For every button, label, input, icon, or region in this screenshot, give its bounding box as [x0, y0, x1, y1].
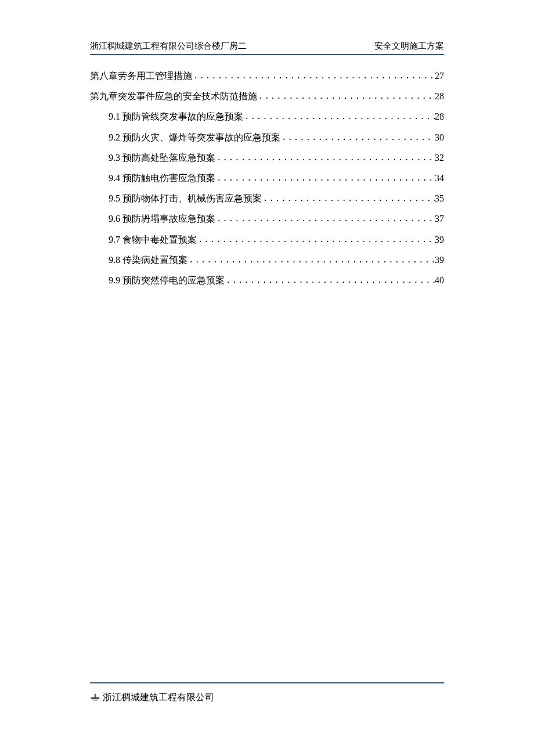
header-left-text: 浙江稠城建筑工程有限公司综合楼厂房二: [90, 41, 247, 52]
toc-title: 9.1 预防管线突发事故的应急预案: [109, 106, 243, 127]
footer-divider: [90, 682, 444, 683]
toc-leader-dots: [280, 128, 435, 146]
toc-title: 9.7 食物中毒处置预案: [109, 229, 197, 250]
toc-page-number: 37: [435, 208, 444, 229]
toc-page-number: 39: [435, 250, 444, 270]
toc-title: 第八章劳务用工管理措施: [90, 66, 192, 86]
toc-page-number: 39: [435, 229, 444, 250]
toc-title: 9.3 预防高处坠落应急预案: [109, 147, 215, 168]
toc-title: 9.4 预防触电伤害应急预案: [109, 168, 215, 188]
toc-leader-dots: [262, 189, 435, 207]
toc-leader-dots: [225, 271, 435, 289]
toc-title: 第九章突发事件应急的安全技术防范措施: [90, 86, 257, 106]
toc-page-number: 27: [435, 66, 444, 86]
toc-entry: 9.6 预防坍塌事故应急预案 37: [90, 208, 444, 229]
toc-leader-dots: [243, 107, 435, 125]
toc-page-number: 32: [435, 147, 444, 168]
svg-rect-2: [93, 699, 98, 700]
toc-entry: 第九章突发事件应急的安全技术防范措施 28: [90, 86, 444, 106]
toc-entry: 9.9 预防突然停电的应急预案 40: [90, 270, 444, 290]
toc-entry: 9.1 预防管线突发事故的应急预案 28: [90, 106, 444, 127]
company-logo-icon: [90, 693, 100, 703]
toc-leader-dots: [197, 231, 435, 249]
toc-title: 9.9 预防突然停电的应急预案: [109, 270, 225, 290]
toc-leader-dots: [187, 251, 435, 269]
toc-leader-dots: [215, 149, 435, 167]
svg-rect-1: [91, 697, 99, 699]
toc-title: 9.5 预防物体打击、机械伤害应急预案: [109, 188, 262, 208]
toc-entry: 9.4 预防触电伤害应急预案 34: [90, 168, 444, 188]
footer-company-name: 浙江稠城建筑工程有限公司: [103, 692, 214, 704]
toc-page-number: 30: [435, 127, 444, 147]
header-right-text: 安全文明施工方案: [374, 41, 444, 52]
toc-entry: 9.7 食物中毒处置预案 39: [90, 229, 444, 250]
toc-page-number: 28: [435, 106, 444, 127]
toc-leader-dots: [257, 87, 435, 105]
toc-title: 9.6 预防坍塌事故应急预案: [109, 208, 215, 229]
toc-page-number: 28: [435, 86, 444, 106]
toc-leader-dots: [215, 210, 435, 228]
toc-title: 9.2 预防火灾、爆炸等突发事故的应急预案: [109, 127, 280, 147]
toc-page-number: 34: [435, 168, 444, 188]
toc-entry: 9.3 预防高处坠落应急预案 32: [90, 147, 444, 168]
toc-entry: 第八章劳务用工管理措施 27: [90, 66, 444, 86]
toc-entry: 9.5 预防物体打击、机械伤害应急预案 35: [90, 188, 444, 208]
toc-page-number: 35: [435, 188, 444, 208]
toc-entry: 9.2 预防火灾、爆炸等突发事故的应急预案 30: [90, 127, 444, 147]
header-divider: [90, 54, 444, 55]
toc-entry: 9.8 传染病处置预案 39: [90, 250, 444, 270]
page-header: 浙江稠城建筑工程有限公司综合楼厂房二 安全文明施工方案: [90, 41, 444, 54]
toc-leader-dots: [215, 169, 435, 187]
document-page: 浙江稠城建筑工程有限公司综合楼厂房二 安全文明施工方案 第八章劳务用工管理措施 …: [0, 0, 534, 756]
toc-title: 9.8 传染病处置预案: [109, 250, 187, 270]
table-of-contents: 第八章劳务用工管理措施 27 第九章突发事件应急的安全技术防范措施 28 9.1…: [90, 66, 444, 290]
footer-company: 浙江稠城建筑工程有限公司: [90, 692, 444, 704]
toc-leader-dots: [192, 67, 435, 85]
toc-page-number: 40: [435, 270, 444, 290]
svg-rect-0: [95, 693, 96, 697]
page-footer: 浙江稠城建筑工程有限公司: [90, 682, 444, 704]
